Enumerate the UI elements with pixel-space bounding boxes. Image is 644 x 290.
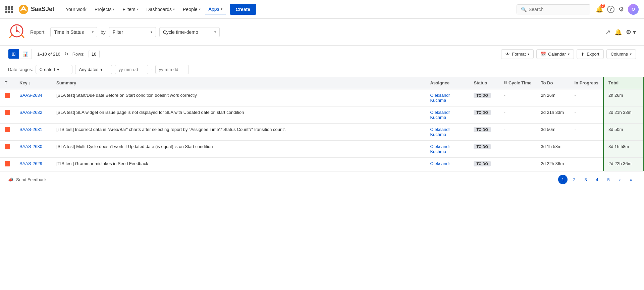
daterange-type-select[interactable]: Created ▾	[36, 65, 72, 74]
nav-your-work[interactable]: Your work	[62, 5, 90, 14]
page-2-button[interactable]: 2	[570, 175, 579, 184]
cell-todo: 2d 22h 36m	[536, 158, 570, 171]
cell-assignee[interactable]: Oleksandr Kuchma	[425, 106, 469, 124]
calendar-button[interactable]: 📅 Calendar ▾	[536, 49, 574, 59]
toolbar-row: ⊞ 📊 1–10 of 216 ↻ Rows: 10 25 50 👁 Forma…	[0, 46, 644, 62]
share-icon: ↗	[605, 29, 610, 35]
export-button[interactable]: ⬆ Export	[577, 49, 604, 59]
format-label: Format	[512, 52, 526, 57]
cell-type	[0, 89, 15, 106]
status-badge: TO DO	[474, 161, 491, 166]
by-label: by	[101, 29, 106, 35]
logo-text: SaaSJet	[31, 6, 54, 13]
cell-assignee[interactable]: Oleksandr	[425, 158, 469, 171]
nav-projects[interactable]: Projects ▾	[91, 5, 118, 14]
issue-key-link[interactable]: SAAS-2631	[19, 127, 42, 132]
cell-summary: [SLA test] Multi-Cycle doesn't work if U…	[52, 141, 425, 158]
search-input[interactable]	[529, 7, 582, 12]
report-logo-icon	[8, 22, 27, 42]
people-caret-icon: ▾	[199, 7, 201, 11]
columns-button[interactable]: Columns ▾	[606, 49, 636, 59]
cell-in-progress: -	[570, 106, 603, 124]
page-1-button[interactable]: 1	[558, 175, 568, 184]
table-row: SAAS-2631 [TIS test] Incorrect data in "…	[0, 124, 644, 141]
issue-key-link[interactable]: SAAS-2629	[19, 161, 42, 166]
search-box[interactable]: 🔍	[517, 4, 590, 14]
rows-select[interactable]: 10 25 50	[89, 50, 100, 58]
col-key[interactable]: Key ↓	[15, 77, 52, 89]
filter-select[interactable]: Filter ▾	[109, 27, 156, 37]
issue-type-icon	[5, 144, 10, 149]
table-row: SAAS-2632 [SLA test] SLA widget on issue…	[0, 106, 644, 124]
any-dates-select[interactable]: Any dates ▾	[75, 65, 112, 74]
cell-assignee[interactable]: Oleksandr Kuchma	[425, 89, 469, 106]
assignee-link[interactable]: Oleksandr Kuchma	[430, 127, 450, 137]
assignee-link[interactable]: Oleksandr Kuchma	[430, 110, 450, 120]
last-page-button[interactable]: »	[627, 175, 636, 184]
issue-key-link[interactable]: SAAS-2632	[19, 110, 42, 115]
cell-key[interactable]: SAAS-2630	[15, 141, 52, 158]
cell-in-progress: -	[570, 141, 603, 158]
col-cycle-time: ⠿ Cycle Time	[499, 77, 536, 89]
filters-caret-icon: ▾	[137, 7, 139, 11]
table-row: SAAS-2634 [SLA test] Start/Due date Befo…	[0, 89, 644, 106]
nav-people[interactable]: People ▾	[179, 5, 204, 14]
help-button[interactable]: ?	[607, 6, 614, 13]
cell-in-progress: -	[570, 89, 603, 106]
nav-icons: 🔔 7 ? ⚙ O	[596, 4, 639, 15]
report-type-select[interactable]: Time in Status ▾	[50, 27, 97, 37]
cycle-select[interactable]: Cycle time-demo ▾	[159, 27, 220, 37]
refresh-icon[interactable]: ↻	[64, 51, 68, 57]
share-button[interactable]: ↗	[605, 28, 610, 36]
assignee-link[interactable]: Oleksandr Kuchma	[430, 93, 450, 103]
nav-dashboards[interactable]: Dashboards ▾	[143, 5, 178, 14]
cell-key[interactable]: SAAS-2632	[15, 106, 52, 124]
cell-key[interactable]: SAAS-2629	[15, 158, 52, 171]
grid-menu-icon[interactable]	[5, 6, 13, 13]
feedback-button[interactable]: 📣 Send Feedback	[8, 177, 47, 182]
logo[interactable]: SaaSJet	[18, 4, 54, 15]
footer: 📣 Send Feedback 1 2 3 4 5 › »	[0, 171, 644, 188]
issue-key-link[interactable]: SAAS-2634	[19, 93, 42, 98]
cell-assignee[interactable]: Oleksandr Kuchma	[425, 124, 469, 141]
page-4-button[interactable]: 4	[592, 175, 602, 184]
next-page-button[interactable]: ›	[615, 175, 625, 184]
cell-key[interactable]: SAAS-2631	[15, 124, 52, 141]
calendar-caret-icon: ▾	[568, 52, 570, 56]
page-5-button[interactable]: 5	[604, 175, 613, 184]
nav-apps[interactable]: Apps ▾	[205, 4, 226, 14]
nav-links: Your work Projects ▾ Filters ▾ Dashboard…	[62, 4, 511, 15]
cell-assignee[interactable]: Oleksandr Kuchma	[425, 141, 469, 158]
report-type-value: Time in Status	[54, 29, 84, 35]
col-type: T	[0, 77, 15, 89]
date-range-dash: -	[151, 67, 152, 72]
col-status: Status	[469, 77, 499, 89]
filter-value: Filter	[113, 29, 123, 35]
col-assignee: Assignee	[425, 77, 469, 89]
chart-view-icon: 📊	[22, 51, 28, 57]
issue-key-link[interactable]: SAAS-2630	[19, 144, 42, 149]
page-3-button[interactable]: 3	[581, 175, 590, 184]
cell-total: 3d 50m	[603, 124, 644, 141]
cycle-time-grid-icon: ⠿	[504, 80, 507, 85]
date-from-input[interactable]	[115, 65, 148, 74]
table-view-button[interactable]: ⊞	[8, 49, 19, 59]
nav-filters[interactable]: Filters ▾	[119, 5, 142, 14]
chart-view-button[interactable]: 📊	[19, 49, 32, 59]
cell-cycle-time: -	[499, 158, 536, 171]
date-to-input[interactable]	[155, 65, 189, 74]
any-dates-caret-icon: ▾	[100, 67, 103, 72]
settings-button[interactable]: ⚙	[619, 6, 624, 13]
assignee-link[interactable]: Oleksandr Kuchma	[430, 144, 450, 154]
assignee-link[interactable]: Oleksandr	[430, 161, 450, 166]
create-button[interactable]: Create	[230, 4, 257, 15]
export-icon: ⬆	[581, 52, 585, 57]
table-header-row: T Key ↓ Summary Assignee Status ⠿ Cycle …	[0, 77, 644, 89]
avatar[interactable]: O	[628, 4, 639, 15]
report-settings-button[interactable]: ⚙ ▾	[626, 28, 636, 36]
format-button[interactable]: 👁 Format ▾	[501, 49, 534, 59]
notifications-button[interactable]: 🔔 7	[596, 6, 603, 13]
table-view-icon: ⊞	[12, 51, 16, 57]
cell-key[interactable]: SAAS-2634	[15, 89, 52, 106]
alert-button[interactable]: 🔔	[614, 28, 622, 36]
